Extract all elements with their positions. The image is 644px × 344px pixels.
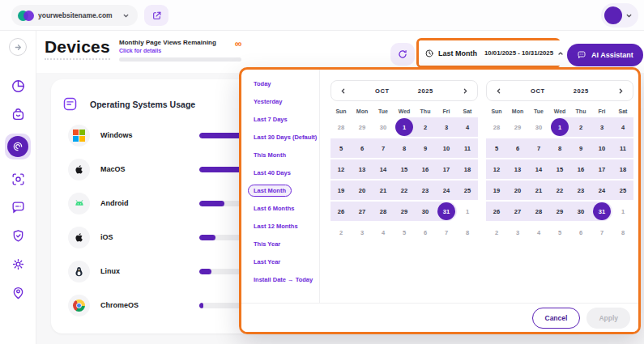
day-cell-17[interactable]: 17 bbox=[436, 159, 457, 179]
day-cell-12[interactable]: 12 bbox=[331, 159, 352, 179]
day-cell-22[interactable]: 22 bbox=[394, 180, 415, 200]
day-cell-7[interactable]: 7 bbox=[528, 138, 549, 158]
day-cell-4[interactable]: 4 bbox=[612, 117, 633, 137]
day-cell-5[interactable]: 5 bbox=[486, 138, 507, 158]
day-cell-22[interactable]: 22 bbox=[549, 180, 570, 200]
day-cell-15[interactable]: 15 bbox=[549, 159, 570, 179]
day-cell-13[interactable]: 13 bbox=[507, 159, 528, 179]
preset-install-date-today[interactable]: Install Date → Today bbox=[248, 274, 318, 286]
sidebar-item-account[interactable] bbox=[9, 283, 27, 301]
sidebar-item-feedback[interactable] bbox=[9, 198, 27, 216]
day-cell-2[interactable]: 2 bbox=[570, 117, 591, 137]
open-website-button[interactable] bbox=[144, 5, 168, 26]
preset-this-month[interactable]: This Month bbox=[248, 149, 292, 161]
preset-last-12-months[interactable]: Last 12 Months bbox=[248, 220, 304, 232]
day-cell-13[interactable]: 13 bbox=[352, 159, 373, 179]
prev-month-button[interactable] bbox=[495, 87, 502, 95]
day-cell-29[interactable]: 29 bbox=[394, 202, 415, 221]
preset-last-30-days-default-[interactable]: Last 30 Days (Default) bbox=[248, 131, 322, 143]
sidebar-expand-button[interactable] bbox=[9, 38, 27, 56]
day-cell-14[interactable]: 14 bbox=[373, 159, 394, 179]
day-cell-19[interactable]: 19 bbox=[486, 180, 507, 200]
day-cell-5-next[interactable]: 5 bbox=[394, 223, 415, 242]
day-cell-20[interactable]: 20 bbox=[352, 180, 373, 200]
ai-assistant-button[interactable]: AI Assistant bbox=[567, 44, 643, 66]
preset-this-year[interactable]: This Year bbox=[248, 238, 286, 250]
day-cell-21[interactable]: 21 bbox=[373, 180, 394, 200]
day-cell-4[interactable]: 4 bbox=[457, 117, 478, 137]
sidebar-item-analytics[interactable] bbox=[9, 77, 27, 95]
day-cell-30-prev[interactable]: 30 bbox=[373, 117, 394, 137]
day-cell-4-next[interactable]: 4 bbox=[528, 223, 549, 242]
day-cell-30[interactable]: 30 bbox=[570, 202, 591, 221]
day-cell-1-next[interactable]: 1 bbox=[457, 202, 478, 221]
day-cell-31[interactable]: 31 bbox=[591, 202, 612, 221]
day-cell-28[interactable]: 28 bbox=[528, 202, 549, 221]
day-cell-15[interactable]: 15 bbox=[394, 159, 415, 179]
date-range-button[interactable]: Last Month 10/01/2025 - 10/31/2025 bbox=[419, 40, 569, 66]
day-cell-30[interactable]: 30 bbox=[415, 202, 436, 221]
day-cell-21[interactable]: 21 bbox=[528, 180, 549, 200]
preset-last-7-days[interactable]: Last 7 Days bbox=[248, 113, 293, 125]
website-selector[interactable]: yourwebsitename.com bbox=[11, 5, 138, 26]
day-cell-6[interactable]: 6 bbox=[507, 138, 528, 158]
next-month-button[interactable] bbox=[617, 87, 625, 95]
day-cell-9[interactable]: 9 bbox=[415, 138, 436, 158]
day-cell-29-prev[interactable]: 29 bbox=[507, 117, 528, 137]
day-cell-1[interactable]: 1 bbox=[394, 117, 415, 137]
day-cell-2-next[interactable]: 2 bbox=[331, 223, 352, 242]
day-cell-1[interactable]: 1 bbox=[549, 117, 570, 137]
day-cell-2-next[interactable]: 2 bbox=[486, 223, 507, 242]
preset-last-month[interactable]: Last Month bbox=[248, 185, 292, 197]
day-cell-18[interactable]: 18 bbox=[457, 159, 478, 179]
day-cell-6-next[interactable]: 6 bbox=[415, 223, 436, 242]
sidebar-item-products[interactable] bbox=[9, 105, 27, 123]
day-cell-6[interactable]: 6 bbox=[352, 138, 373, 158]
day-cell-25[interactable]: 25 bbox=[612, 180, 633, 200]
day-cell-25[interactable]: 25 bbox=[457, 180, 478, 200]
preset-last-40-days[interactable]: Last 40 Days bbox=[248, 167, 296, 179]
day-cell-2[interactable]: 2 bbox=[415, 117, 436, 137]
day-cell-11[interactable]: 11 bbox=[457, 138, 478, 158]
preset-last-6-months[interactable]: Last 6 Months bbox=[248, 202, 300, 214]
sidebar-item-settings[interactable] bbox=[9, 255, 27, 273]
day-cell-7[interactable]: 7 bbox=[373, 138, 394, 158]
day-cell-27[interactable]: 27 bbox=[352, 202, 373, 221]
day-cell-18[interactable]: 18 bbox=[612, 159, 633, 179]
day-cell-28-prev[interactable]: 28 bbox=[331, 117, 352, 137]
day-cell-7-next[interactable]: 7 bbox=[436, 223, 457, 242]
day-cell-8[interactable]: 8 bbox=[549, 138, 570, 158]
day-cell-10[interactable]: 10 bbox=[591, 138, 612, 158]
day-cell-11[interactable]: 11 bbox=[612, 138, 633, 158]
day-cell-29-prev[interactable]: 29 bbox=[352, 117, 373, 137]
day-cell-3-next[interactable]: 3 bbox=[507, 223, 528, 242]
sidebar-item-devices[interactable] bbox=[5, 134, 31, 159]
day-cell-28-prev[interactable]: 28 bbox=[486, 117, 507, 137]
day-cell-29[interactable]: 29 bbox=[549, 202, 570, 221]
day-cell-30-prev[interactable]: 30 bbox=[528, 117, 549, 137]
pageviews-details-link[interactable]: Click for details bbox=[119, 48, 241, 53]
preset-today[interactable]: Today bbox=[248, 78, 277, 90]
cancel-button[interactable]: Cancel bbox=[532, 308, 581, 329]
day-cell-7-next[interactable]: 7 bbox=[591, 223, 612, 242]
day-cell-17[interactable]: 17 bbox=[591, 159, 612, 179]
day-cell-5-next[interactable]: 5 bbox=[549, 223, 570, 242]
day-cell-16[interactable]: 16 bbox=[570, 159, 591, 179]
preset-yesterday[interactable]: Yesterday bbox=[248, 96, 288, 108]
day-cell-16[interactable]: 16 bbox=[415, 159, 436, 179]
day-cell-23[interactable]: 23 bbox=[415, 180, 436, 200]
day-cell-10[interactable]: 10 bbox=[436, 138, 457, 158]
day-cell-26[interactable]: 26 bbox=[331, 202, 352, 221]
day-cell-12[interactable]: 12 bbox=[486, 159, 507, 179]
day-cell-4-next[interactable]: 4 bbox=[373, 223, 394, 242]
day-cell-27[interactable]: 27 bbox=[507, 202, 528, 221]
day-cell-24[interactable]: 24 bbox=[436, 180, 457, 200]
day-cell-8-next[interactable]: 8 bbox=[457, 223, 478, 242]
day-cell-20[interactable]: 20 bbox=[507, 180, 528, 200]
refresh-button[interactable] bbox=[390, 43, 415, 66]
day-cell-1-next[interactable]: 1 bbox=[612, 202, 633, 221]
day-cell-8-next[interactable]: 8 bbox=[612, 223, 633, 242]
day-cell-8[interactable]: 8 bbox=[394, 138, 415, 158]
sidebar-item-tracking[interactable] bbox=[9, 170, 27, 188]
preset-last-year[interactable]: Last Year bbox=[248, 256, 286, 268]
